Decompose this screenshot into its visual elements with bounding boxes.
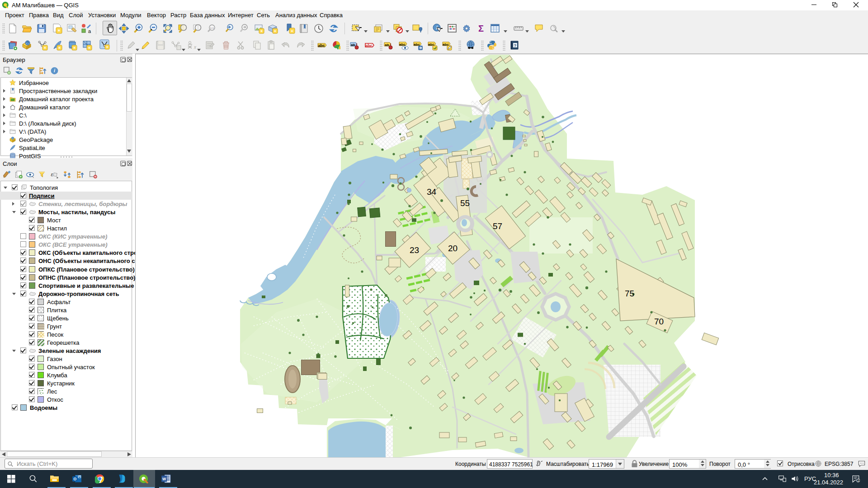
svg-text:1: 1 xyxy=(857,479,859,482)
svg-text:23: 23 xyxy=(410,245,419,255)
svg-text:55: 55 xyxy=(460,198,470,208)
svg-text:ab: ab xyxy=(351,43,355,47)
svg-text:✶: ✶ xyxy=(43,46,47,50)
svg-text:abc: abc xyxy=(318,43,325,48)
svg-text:?: ? xyxy=(514,43,517,48)
svg-text:20: 20 xyxy=(448,244,458,253)
svg-text:70: 70 xyxy=(654,317,664,326)
svg-text:a: a xyxy=(88,28,91,34)
svg-text:✶: ✶ xyxy=(290,29,294,33)
svg-text:Σ: Σ xyxy=(478,23,484,33)
svg-text:1:1: 1:1 xyxy=(210,27,214,29)
svg-text:ab: ab xyxy=(385,43,389,47)
svg-text:75: 75 xyxy=(625,289,634,298)
svg-text:✶: ✶ xyxy=(88,46,91,50)
svg-text:✶: ✶ xyxy=(106,45,109,49)
svg-text:O: O xyxy=(73,477,76,481)
svg-text:abc: abc xyxy=(399,42,406,47)
svg-text:✶: ✶ xyxy=(58,46,61,50)
svg-text:W: W xyxy=(162,477,166,481)
svg-text:57: 57 xyxy=(493,221,502,231)
svg-text:abc: abc xyxy=(365,43,373,48)
svg-text:ε: ε xyxy=(51,172,54,177)
svg-text:34: 34 xyxy=(427,187,437,197)
svg-text:✶: ✶ xyxy=(260,29,264,33)
svg-text:✶: ✶ xyxy=(57,28,61,33)
svg-text:✶: ✶ xyxy=(274,29,277,33)
svg-text:✶: ✶ xyxy=(73,46,76,50)
